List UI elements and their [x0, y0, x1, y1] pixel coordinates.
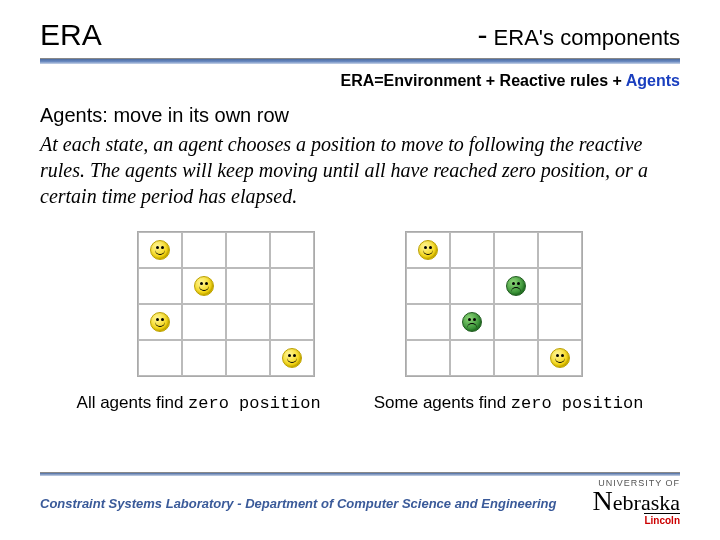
grid-cell — [494, 268, 538, 304]
equation-agents: Agents — [626, 72, 680, 89]
grid-cell — [450, 340, 494, 376]
grid-cell — [270, 304, 314, 340]
caption-right-a: Some agents find — [374, 393, 511, 412]
smiley-icon — [194, 276, 214, 296]
grid-cell — [538, 232, 582, 268]
grid-cell — [182, 268, 226, 304]
grid-cell — [226, 268, 270, 304]
logo-sub: Lincoln — [644, 513, 680, 526]
grid-cell — [182, 340, 226, 376]
grid-cell — [538, 304, 582, 340]
grid-cell — [538, 268, 582, 304]
smiley-icon — [418, 240, 438, 260]
grid-right — [405, 231, 583, 377]
grid-cell — [538, 340, 582, 376]
footer-text: Constraint Systems Laboratory - Departme… — [40, 490, 556, 511]
equation-prefix: ERA=Environment + Reactive rules + — [340, 72, 625, 89]
grid-cell — [226, 232, 270, 268]
slide-header: ERA - ERA's components — [0, 0, 720, 56]
caption-left-a: All agents find — [77, 393, 189, 412]
logo-main: Nebraska — [593, 488, 680, 513]
grid-cell — [270, 232, 314, 268]
agents-heading: Agents: move in its own row — [40, 104, 680, 127]
grid-cell — [270, 268, 314, 304]
title-dash: - — [478, 18, 488, 52]
caption-right-b: zero position — [511, 394, 644, 413]
captions-row: All agents find zero position Some agent… — [40, 393, 680, 413]
grid-cell — [138, 340, 182, 376]
grid-cell — [406, 304, 450, 340]
grid-cell — [182, 232, 226, 268]
grid-cell — [138, 304, 182, 340]
grid-cell — [450, 304, 494, 340]
caption-left: All agents find zero position — [77, 393, 321, 413]
footer-rule — [40, 472, 680, 476]
smiley-icon — [150, 240, 170, 260]
grid-cell — [182, 304, 226, 340]
grid-cell — [406, 340, 450, 376]
agents-desc: move in its own row — [108, 104, 289, 126]
grid-cell — [450, 232, 494, 268]
smiley-icon — [282, 348, 302, 368]
title-right-wrap: - ERA's components — [478, 18, 680, 52]
grid-cell — [226, 304, 270, 340]
frown-icon — [506, 276, 526, 296]
grid-cell — [450, 268, 494, 304]
grid-cell — [406, 268, 450, 304]
grid-cell — [138, 232, 182, 268]
title-left: ERA — [40, 18, 102, 52]
body-paragraph: At each state, an agent chooses a positi… — [40, 131, 680, 209]
equation-line: ERA=Environment + Reactive rules + Agent… — [0, 64, 720, 90]
footer: Constraint Systems Laboratory - Departme… — [0, 476, 720, 526]
university-logo: UNIVERSITY OF Nebraska Lincoln — [593, 476, 680, 526]
grid-left — [137, 231, 315, 377]
grid-cell — [494, 304, 538, 340]
grid-cell — [270, 340, 314, 376]
main-content: Agents: move in its own row At each stat… — [0, 90, 720, 413]
frown-icon — [462, 312, 482, 332]
grid-cell — [494, 232, 538, 268]
caption-right: Some agents find zero position — [374, 393, 644, 413]
title-right: ERA's components — [494, 25, 680, 51]
smiley-icon — [150, 312, 170, 332]
grids-row — [40, 231, 680, 377]
grid-cell — [406, 232, 450, 268]
grid-cell — [138, 268, 182, 304]
caption-left-b: zero position — [188, 394, 321, 413]
grid-cell — [226, 340, 270, 376]
smiley-icon — [550, 348, 570, 368]
grid-cell — [494, 340, 538, 376]
agents-label: Agents: — [40, 104, 108, 126]
